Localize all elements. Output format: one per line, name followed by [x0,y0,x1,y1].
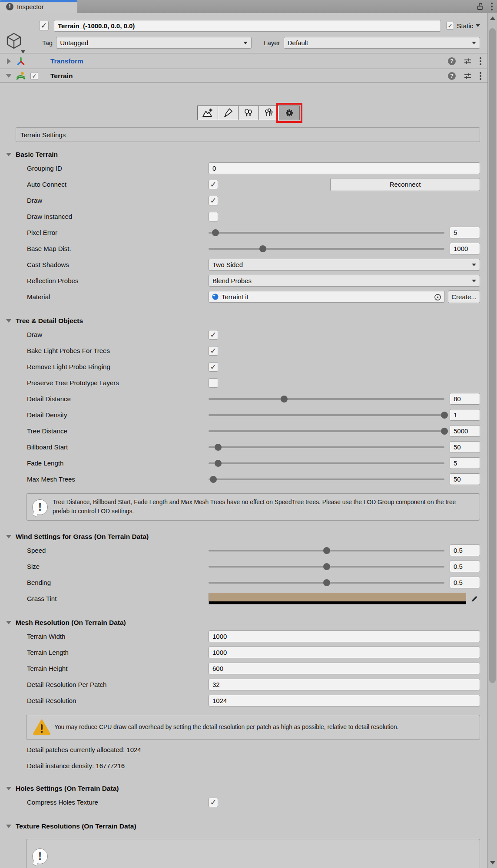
slider-knob[interactable] [323,547,330,554]
wind-size-slider[interactable] [209,561,444,572]
tree-distance-slider[interactable] [209,425,444,437]
slider-knob[interactable] [323,579,330,586]
paint-terrain-tool-button[interactable] [218,106,239,120]
terrain-width-input[interactable] [209,630,480,642]
vertical-scrollbar[interactable] [487,13,497,868]
slider-knob[interactable] [212,229,219,236]
detail-density-value-input[interactable] [450,409,480,421]
terrain-enabled-checkbox[interactable] [30,72,38,80]
fade-length-value-input[interactable] [450,457,480,469]
slider-knob[interactable] [441,412,448,419]
material-object-field[interactable]: TerrainLit [209,291,445,303]
section-texture-resolutions[interactable]: Texture Resolutions (On Terrain Data) [0,821,497,832]
wind-speed-slider[interactable] [209,545,444,556]
draw-instanced-checkbox[interactable] [209,212,218,221]
slider-knob[interactable] [259,245,266,252]
grass-tint-color-swatch[interactable] [209,593,466,604]
detail-resolution-per-patch-input[interactable] [209,679,480,690]
paint-trees-tool-button[interactable] [238,106,259,120]
bake-light-probes-checkbox[interactable] [209,346,218,356]
object-picker-icon[interactable] [434,294,441,301]
field-label: Draw Instanced [27,213,209,220]
terrain-settings-tool-button[interactable] [279,106,300,120]
max-mesh-trees-slider[interactable] [209,473,444,485]
slider-knob[interactable] [210,476,217,483]
detail-distance-value-input[interactable] [450,393,480,405]
base-map-dist-slider[interactable] [209,243,444,254]
presets-icon[interactable] [464,72,472,80]
wind-bending-value-input[interactable] [450,577,480,588]
reconnect-button[interactable]: Reconnect [330,178,480,191]
tree-draw-checkbox[interactable] [209,330,218,340]
remove-ringing-checkbox[interactable] [209,362,218,372]
field-label: Bending [27,579,209,586]
auto-connect-checkbox[interactable] [209,180,218,189]
slider-track [209,446,444,448]
wind-bending-slider[interactable] [209,577,444,588]
help-icon[interactable] [448,72,456,80]
gameobject-name-input[interactable] [54,20,441,32]
info-icon [6,3,13,10]
kebab-menu-icon[interactable] [480,57,481,65]
detail-distance-slider[interactable] [209,393,444,405]
gameobject-active-checkbox[interactable] [39,21,49,30]
presets-icon[interactable] [464,57,472,65]
slider-knob[interactable] [281,396,288,403]
compress-holes-checkbox[interactable] [209,798,218,807]
grouping-id-input[interactable] [209,162,480,174]
tag-dropdown[interactable]: Untagged [56,37,252,49]
wind-speed-value-input[interactable] [450,545,480,556]
terrain-component-header[interactable]: Terrain [0,69,497,83]
create-neighbor-terrains-tool-button[interactable] [197,106,218,120]
transform-component-header[interactable]: Transform [0,53,497,69]
wind-size-value-input[interactable] [450,561,480,572]
reflection-probes-dropdown[interactable]: Blend Probes [209,275,480,287]
layer-dropdown[interactable]: Default [284,37,480,49]
create-material-button[interactable]: Create... [448,290,480,303]
gameobject-header: Static Tag Untagged Layer Default [0,13,497,53]
kebab-menu-icon[interactable] [491,3,493,10]
section-tree-detail[interactable]: Tree & Detail Objects [0,315,497,327]
terrain-length-input[interactable] [209,647,480,658]
detail-resolution-input[interactable] [209,695,480,706]
mountain-plus-icon [202,108,213,118]
slider-knob[interactable] [323,563,330,570]
billboard-start-value-input[interactable] [450,441,480,453]
row-remove-ringing: Remove Light Probe Ringing [0,359,497,375]
help-icon[interactable] [448,57,456,65]
static-dropdown-caret-icon[interactable] [476,24,480,27]
kebab-menu-icon[interactable] [480,72,481,80]
draw-checkbox[interactable] [209,196,218,205]
preserve-layers-checkbox[interactable] [209,378,218,388]
max-mesh-trees-value-input[interactable] [450,473,480,485]
slider-knob[interactable] [215,460,222,467]
scroll-up-arrow-icon[interactable] [488,17,497,20]
terrain-height-input[interactable] [209,663,480,674]
pixel-error-value-input[interactable] [450,227,480,238]
field-label: Speed [27,547,209,554]
detail-density-slider[interactable] [209,409,444,421]
eyedropper-icon[interactable] [469,595,480,603]
section-holes-settings[interactable]: Holes Settings (On Terrain Data) [0,783,497,794]
scroll-down-arrow-icon[interactable] [488,861,497,865]
section-basic-terrain[interactable]: Basic Terrain [0,149,497,160]
pixel-error-slider[interactable] [209,227,444,238]
section-mesh-resolution[interactable]: Mesh Resolution (On Terrain Data) [0,617,497,628]
slider-knob[interactable] [441,428,448,435]
tree-distance-value-input[interactable] [450,425,480,437]
cube-icon[interactable] [5,32,23,50]
base-map-dist-value-input[interactable] [450,243,480,254]
tab-inspector[interactable]: Inspector [0,0,77,13]
paint-details-tool-button[interactable] [258,106,279,120]
foldout-arrow-icon[interactable] [5,74,12,78]
unlock-icon[interactable] [477,3,484,10]
static-checkbox[interactable] [446,22,454,30]
cast-shadows-dropdown[interactable]: Two Sided [209,259,480,271]
section-wind-settings[interactable]: Wind Settings for Grass (On Terrain Data… [0,531,497,542]
slider-knob[interactable] [215,444,222,451]
billboard-start-slider[interactable] [209,441,444,453]
fade-length-slider[interactable] [209,457,444,469]
scrollbar-thumb[interactable] [489,28,496,683]
chevron-down-icon [472,42,476,44]
foldout-arrow-icon[interactable] [5,58,12,64]
